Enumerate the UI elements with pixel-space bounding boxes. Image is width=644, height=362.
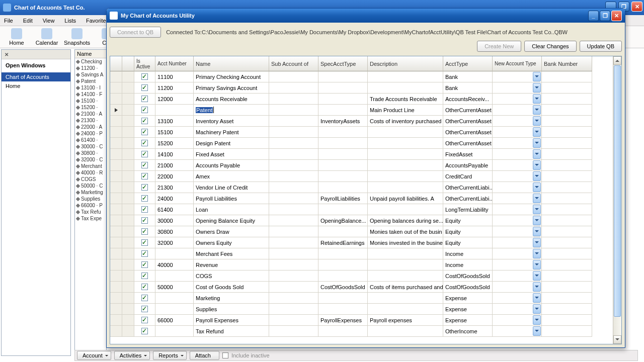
description-cell[interactable] [368, 259, 443, 270]
acct-type-cell[interactable]: Equity [443, 237, 493, 248]
dropdown-arrow-icon[interactable] [533, 83, 541, 93]
spec-acct-type-cell[interactable]: PayrollExpenses [318, 315, 368, 326]
bank-number-cell[interactable] [542, 259, 592, 270]
row-header[interactable] [110, 304, 122, 315]
column-header[interactable]: Description [368, 56, 443, 71]
is-active-cell[interactable] [134, 293, 155, 304]
bank-number-cell[interactable] [542, 171, 592, 182]
acct-number-cell[interactable] [155, 105, 194, 116]
is-active-checkbox[interactable] [141, 162, 148, 168]
spec-acct-type-cell[interactable]: CostOfGoodsSold [318, 282, 368, 293]
dropdown-arrow-icon[interactable] [533, 293, 541, 303]
dropdown-arrow-icon[interactable] [533, 171, 541, 181]
is-active-checkbox[interactable] [141, 118, 148, 124]
menu-file[interactable]: File [2, 17, 15, 25]
is-active-cell[interactable] [134, 270, 155, 282]
row-header[interactable] [110, 293, 122, 304]
name-cell[interactable]: Cost of Goods Sold [194, 282, 269, 293]
column-header[interactable] [110, 56, 122, 71]
coa-list-item[interactable]: 14100 · F [75, 91, 106, 98]
is-active-checkbox[interactable] [141, 195, 148, 202]
acct-number-cell[interactable]: 21000 [155, 160, 194, 171]
account-menu-button[interactable]: Account [77, 351, 111, 360]
toolbar-snapshots[interactable]: Snapshots [62, 28, 92, 46]
description-cell[interactable] [368, 182, 443, 193]
is-active-cell[interactable] [134, 215, 155, 226]
spec-acct-type-cell[interactable]: PayrollLiabilities [318, 193, 368, 204]
clear-changes-button[interactable]: Clear Changes [524, 41, 576, 52]
sub-account-cell[interactable] [269, 259, 318, 270]
dropdown-arrow-icon[interactable] [533, 149, 541, 159]
dropdown-arrow-icon[interactable] [533, 249, 541, 258]
acct-type-cell[interactable]: Equity [443, 226, 493, 237]
toolbar-calendar[interactable]: Calendar [32, 28, 61, 46]
qb-close-button[interactable]: ✕ [631, 2, 642, 12]
name-cell[interactable]: Amex [194, 171, 269, 182]
dropdown-arrow-icon[interactable] [533, 205, 541, 214]
description-cell[interactable] [368, 82, 443, 94]
bank-number-cell[interactable] [542, 248, 592, 259]
is-active-cell[interactable] [134, 116, 155, 127]
acct-number-cell[interactable]: 30800 [155, 226, 194, 237]
description-cell[interactable] [368, 138, 443, 149]
open-windows-item[interactable]: Home [2, 81, 70, 90]
column-header[interactable]: Is Active [134, 56, 155, 71]
acct-type-cell[interactable]: OtherIncome [443, 326, 493, 337]
activities-menu-button[interactable]: Activities [114, 351, 150, 360]
bank-number-cell[interactable] [542, 193, 592, 204]
row-header[interactable] [110, 71, 122, 82]
is-active-checkbox[interactable] [141, 184, 148, 191]
spec-acct-type-cell[interactable] [318, 127, 368, 138]
spec-acct-type-cell[interactable] [318, 94, 368, 105]
name-cell[interactable]: Revenue [194, 259, 269, 270]
coa-list-item[interactable]: COGS [75, 176, 106, 183]
name-cell[interactable]: Supplies [194, 304, 269, 315]
acct-type-cell[interactable]: Bank [443, 71, 493, 82]
is-active-cell[interactable] [134, 82, 155, 94]
acct-number-cell[interactable]: 50000 [155, 282, 194, 293]
sub-account-cell[interactable] [269, 204, 318, 215]
bank-number-cell[interactable] [542, 204, 592, 215]
row-header[interactable] [110, 116, 122, 127]
coa-list-item[interactable]: 50000 · C [75, 183, 106, 189]
sub-account-cell[interactable] [269, 315, 318, 326]
sub-account-cell[interactable] [269, 304, 318, 315]
utility-titlebar[interactable]: My Chart of Accounts Utility _ ❐ ✕ [107, 9, 625, 23]
acct-type-cell[interactable]: Income [443, 248, 493, 259]
is-active-cell[interactable] [134, 204, 155, 215]
description-cell[interactable] [368, 160, 443, 171]
new-account-type-cell[interactable] [493, 138, 542, 149]
sub-account-cell[interactable] [269, 160, 318, 171]
is-active-cell[interactable] [134, 138, 155, 149]
acct-number-cell[interactable]: 22000 [155, 171, 194, 182]
sub-account-cell[interactable] [269, 270, 318, 282]
coa-list-item[interactable]: 66000 · P [75, 202, 106, 209]
bank-number-cell[interactable] [542, 127, 592, 138]
new-account-type-cell[interactable] [493, 326, 542, 337]
row-header[interactable] [110, 138, 122, 149]
is-active-checkbox[interactable] [141, 306, 148, 312]
is-active-checkbox[interactable] [141, 73, 148, 80]
is-active-checkbox[interactable] [141, 140, 148, 146]
name-cell[interactable]: Owners Draw [194, 226, 269, 237]
bank-number-cell[interactable] [542, 270, 592, 282]
column-header[interactable]: Bank Number [542, 56, 592, 71]
is-active-checkbox[interactable] [141, 284, 148, 290]
coa-list-item[interactable]: 32000 · C [75, 156, 106, 163]
coa-list-item[interactable]: Tax Refu [75, 209, 106, 215]
new-account-type-cell[interactable] [493, 304, 542, 315]
bank-number-cell[interactable] [542, 71, 592, 82]
is-active-checkbox[interactable] [141, 206, 148, 213]
name-cell-editing[interactable]: Patent [194, 105, 269, 116]
name-cell[interactable]: Payroll Expenses [194, 315, 269, 326]
sub-account-cell[interactable] [269, 116, 318, 127]
is-active-checkbox[interactable] [141, 107, 148, 113]
new-account-type-cell[interactable] [493, 282, 542, 293]
row-header[interactable] [110, 204, 122, 215]
acct-type-cell[interactable]: OtherCurrentLiabi... [443, 182, 493, 193]
description-cell[interactable] [368, 127, 443, 138]
row-header[interactable] [110, 193, 122, 204]
utility-close-button[interactable]: ✕ [611, 11, 622, 21]
scroll-up-button[interactable] [613, 56, 621, 65]
acct-number-cell[interactable] [155, 304, 194, 315]
